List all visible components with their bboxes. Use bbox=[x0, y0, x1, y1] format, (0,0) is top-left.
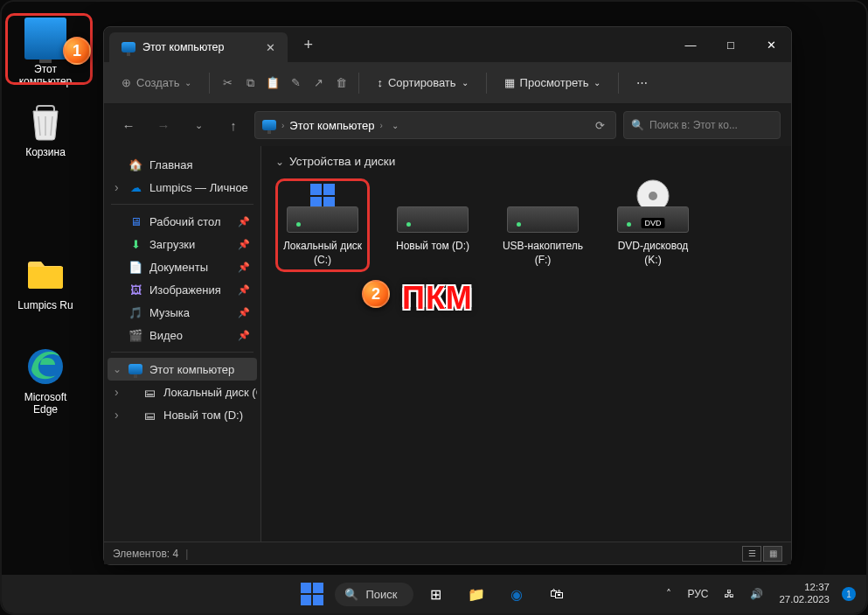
taskbar-search[interactable]: 🔍 Поиск bbox=[334, 583, 413, 606]
toolbar-label: Просмотреть bbox=[520, 76, 589, 89]
desktop-icon-folder[interactable]: Lumpics Ru bbox=[10, 254, 80, 311]
sidebar-downloads[interactable]: ⬇ Загрузки 📌 bbox=[108, 233, 257, 255]
drive-new-volume-d[interactable]: Новый том (D:) bbox=[385, 178, 480, 272]
new-button[interactable]: ⊕ Создать ⌄ bbox=[113, 71, 200, 94]
nav-forward-button[interactable]: → bbox=[149, 111, 177, 139]
trash-icon: 🗑 bbox=[336, 76, 347, 89]
nav-back-button[interactable]: ← bbox=[115, 111, 142, 139]
more-button[interactable]: ⋯ bbox=[628, 71, 656, 94]
pin-icon: 📌 bbox=[238, 262, 250, 273]
rename-button[interactable]: ✎ bbox=[287, 75, 304, 91]
tray-language[interactable]: РУС bbox=[684, 584, 712, 604]
sidebar-new-volume-d[interactable]: 🖴 Новый том (D:) bbox=[108, 403, 257, 426]
tab-this-pc[interactable]: Этот компьютер ✕ bbox=[109, 32, 288, 62]
clock-date: 27.02.2023 bbox=[779, 594, 830, 606]
pin-icon: 📌 bbox=[238, 239, 250, 250]
sidebar-desktop[interactable]: 🖥 Рабочий стол 📌 bbox=[108, 210, 257, 233]
sidebar-item-label: Документы bbox=[149, 261, 208, 274]
tray-overflow-button[interactable]: ˄ bbox=[663, 584, 675, 604]
tab-close-button[interactable]: ✕ bbox=[266, 41, 275, 54]
pin-icon: 📌 bbox=[238, 307, 250, 318]
paste-button[interactable]: 📋 bbox=[264, 75, 281, 91]
window-titlebar[interactable]: Этот компьютер ✕ + — □ ✕ bbox=[104, 27, 791, 62]
sidebar-this-pc[interactable]: Этот компьютер bbox=[108, 358, 257, 381]
desktop-icon-edge[interactable]: Microsoft Edge bbox=[10, 346, 80, 416]
desktop-icon: 🖥 bbox=[128, 214, 142, 228]
sidebar-item-label: Lumpics — Личное bbox=[149, 181, 248, 194]
view-tiles-button[interactable]: ▦ bbox=[763, 546, 782, 562]
drive-local-disk-c[interactable]: Локальный диск (C:) bbox=[275, 178, 370, 272]
cut-button[interactable]: ✂ bbox=[219, 75, 236, 91]
content-pane[interactable]: Устройства и диски Локальный диск (C:) Н… bbox=[261, 146, 791, 542]
toolbar-label: Создать bbox=[136, 76, 179, 89]
sidebar-item-label: Главная bbox=[149, 158, 192, 171]
taskbar-edge[interactable]: ◉ bbox=[499, 577, 534, 612]
address-dropdown-button[interactable]: ⌄ bbox=[388, 117, 402, 134]
share-button[interactable]: ↗ bbox=[309, 75, 327, 91]
sidebar-pictures[interactable]: 🖼 Изображения 📌 bbox=[108, 278, 257, 301]
maximize-button[interactable]: □ bbox=[711, 27, 751, 62]
nav-up-button[interactable]: ↑ bbox=[219, 111, 247, 139]
clipboard-icon: 📋 bbox=[266, 76, 280, 89]
window-controls: — □ ✕ bbox=[670, 27, 791, 62]
sidebar-documents[interactable]: 📄 Документы 📌 bbox=[108, 255, 257, 278]
tray-volume-icon[interactable]: 🔊 bbox=[746, 584, 767, 604]
chevron-down-icon: ⌄ bbox=[184, 78, 191, 87]
sidebar-home[interactable]: 🏠 Главная bbox=[108, 153, 257, 176]
sidebar-onedrive[interactable]: ☁ Lumpics — Личное bbox=[108, 176, 257, 199]
sidebar-item-label: Локальный диск (C:) bbox=[163, 386, 257, 399]
copy-icon: ⧉ bbox=[247, 76, 254, 90]
desktop-icon-label: Microsoft Edge bbox=[10, 391, 80, 416]
view-details-button[interactable]: ☰ bbox=[742, 546, 761, 562]
document-icon: 📄 bbox=[128, 260, 142, 274]
taskbar-store[interactable]: 🛍 bbox=[539, 577, 574, 612]
edge-icon: ◉ bbox=[510, 586, 523, 603]
annotation-callout-1: 1 bbox=[63, 37, 91, 65]
more-icon: ⋯ bbox=[636, 76, 648, 89]
close-button[interactable]: ✕ bbox=[751, 27, 791, 62]
sidebar-local-disk-c[interactable]: 🖴 Локальный диск (C:) bbox=[108, 381, 257, 403]
taskbar[interactable]: 🔍 Поиск ⊞ 📁 ◉ 🛍 ˄ РУС 🖧 🔊 12:37 27.02.20… bbox=[2, 575, 866, 613]
group-devices-drives[interactable]: Устройства и диски bbox=[275, 155, 777, 168]
sidebar-videos[interactable]: 🎬 Видео 📌 bbox=[108, 324, 257, 346]
nav-recent-button[interactable]: ⌄ bbox=[184, 111, 212, 139]
sidebar-item-label: Видео bbox=[149, 329, 183, 342]
drive-label: DVD-дисковод (K:) bbox=[611, 240, 695, 267]
monitor-icon bbox=[122, 40, 135, 54]
drive-icon bbox=[397, 184, 469, 233]
drive-label: Новый том (D:) bbox=[391, 240, 475, 254]
pin-icon: 📌 bbox=[238, 284, 250, 296]
scissors-icon: ✂ bbox=[223, 76, 233, 89]
navigation-pane[interactable]: 🏠 Главная ☁ Lumpics — Личное 🖥 Рабочий с… bbox=[104, 146, 261, 542]
sidebar-item-label: Этот компьютер bbox=[149, 363, 234, 376]
drive-icon bbox=[287, 184, 358, 233]
notification-badge[interactable]: 1 bbox=[842, 587, 856, 601]
drive-usb-f[interactable]: USB-накопитель (F:) bbox=[496, 178, 590, 272]
delete-button[interactable]: 🗑 bbox=[332, 75, 350, 91]
sort-button[interactable]: ↕ Сортировать ⌄ bbox=[368, 71, 476, 94]
view-button[interactable]: ▦ Просмотреть ⌄ bbox=[496, 71, 610, 94]
search-icon: 🔍 bbox=[344, 588, 358, 601]
edge-icon bbox=[24, 346, 66, 388]
tray-clock[interactable]: 12:37 27.02.2023 bbox=[775, 578, 833, 610]
copy-button[interactable]: ⧉ bbox=[241, 75, 259, 91]
taskbar-explorer[interactable]: 📁 bbox=[459, 577, 494, 612]
search-input[interactable]: 🔍 Поиск в: Этот ко... bbox=[623, 111, 781, 139]
tray-network-icon[interactable]: 🖧 bbox=[720, 584, 738, 604]
address-bar[interactable]: › Этот компьютер › ⌄ ⟳ bbox=[254, 111, 616, 139]
minimize-button[interactable]: — bbox=[670, 27, 711, 62]
breadcrumb-segment[interactable]: Этот компьютер bbox=[289, 119, 374, 132]
desktop-icon-recycle-bin[interactable]: Корзина bbox=[10, 101, 80, 158]
sidebar-music[interactable]: 🎵 Музыка 📌 bbox=[108, 301, 257, 324]
tab-label: Этот компьютер bbox=[142, 41, 224, 53]
pin-icon: 📌 bbox=[238, 216, 250, 227]
desktop-icon-label: Корзина bbox=[10, 146, 80, 158]
task-view-button[interactable]: ⊞ bbox=[419, 577, 454, 612]
trash-icon bbox=[24, 101, 66, 143]
drive-icon: DVD bbox=[617, 184, 689, 233]
new-tab-button[interactable]: + bbox=[296, 32, 320, 58]
drive-label: Локальный диск (C:) bbox=[281, 240, 365, 267]
start-button[interactable] bbox=[294, 577, 329, 612]
refresh-button[interactable]: ⟳ bbox=[592, 115, 608, 136]
drive-dvd-k[interactable]: DVD DVD-дисковод (K:) bbox=[606, 178, 700, 272]
